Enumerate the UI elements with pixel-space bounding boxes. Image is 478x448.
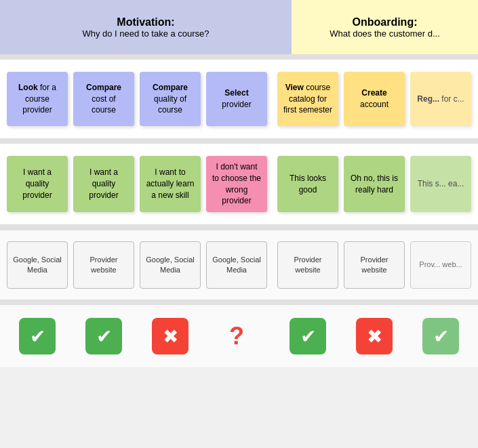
motivation-title: Motivation: <box>117 16 174 28</box>
status-icon-2: ✔ <box>73 316 134 357</box>
source-google-2: Google, Social Media <box>140 241 201 289</box>
motivations-left: I want a quality provider I want a quali… <box>7 156 277 212</box>
header-right: Onboarding: What does the customer d... <box>292 0 478 54</box>
sticky-view: View course catalog for first semester <box>277 72 338 126</box>
main-container: Motivation: Why do I need to take a cour… <box>0 0 478 367</box>
check-icon-1: ✔ <box>19 318 56 354</box>
sources-left: Google, Social Media Provider website Go… <box>7 241 277 289</box>
divider-3 <box>0 224 478 230</box>
actions-row: Look for a course provider Compare cost … <box>0 60 478 138</box>
status-right: ✔ ✖ ✔ <box>277 316 471 357</box>
source-provider-2: Provider website <box>277 241 338 289</box>
status-icon-6: ✖ <box>344 316 405 357</box>
sticky-quality-2: I want a quality provider <box>73 156 134 212</box>
sources-right: Provider website Provider website Prov..… <box>277 241 471 289</box>
check-icon-2: ✔ <box>85 318 122 354</box>
source-provider-3: Provider website <box>344 241 405 289</box>
status-left: ✔ ✔ ✖ ? <box>7 316 277 357</box>
source-google-1: Google, Social Media <box>7 241 68 289</box>
sticky-really-hard: Oh no, this is really hard <box>344 156 405 212</box>
sources-row: Google, Social Media Provider website Go… <box>0 230 478 300</box>
motivation-subtitle: Why do I need to take a course? <box>82 28 209 39</box>
sticky-compare-quality: Compare quality of course <box>140 72 201 126</box>
check-icon-3: ✔ <box>290 318 326 354</box>
actions-left: Look for a course provider Compare cost … <box>7 72 277 126</box>
onboarding-subtitle: What does the customer d... <box>330 28 440 39</box>
sticky-learn: I want to actually learn a new skill <box>140 156 201 212</box>
motivations-right: This looks good Oh no, this is really ha… <box>277 156 471 212</box>
sticky-select: Select provider <box>206 72 267 126</box>
divider-2 <box>0 138 478 144</box>
header-row: Motivation: Why do I need to take a cour… <box>0 0 478 54</box>
status-row: ✔ ✔ ✖ ? ✔ ✖ ✔ <box>0 305 478 367</box>
divider-1 <box>0 54 478 60</box>
status-icon-1: ✔ <box>7 316 68 357</box>
sticky-this-s: This s... ea... <box>410 156 471 212</box>
check-icon-4: ✔ <box>422 318 459 354</box>
sticky-quality-1: I want a quality provider <box>7 156 68 212</box>
sticky-looks-good: This looks good <box>277 156 338 212</box>
source-google-3: Google, Social Media <box>206 241 267 289</box>
source-provider-4: Prov... web... <box>410 241 471 289</box>
header-left: Motivation: Why do I need to take a cour… <box>0 0 292 54</box>
question-icon-1: ? <box>218 318 255 354</box>
sticky-create: Create account <box>344 72 405 126</box>
status-icon-5: ✔ <box>277 316 338 357</box>
divider-4 <box>0 300 478 305</box>
sticky-compare-cost: Compare cost of course <box>73 72 134 126</box>
cross-icon-1: ✖ <box>152 318 188 354</box>
onboarding-title: Onboarding: <box>353 16 418 28</box>
status-icon-3: ✖ <box>140 316 201 357</box>
sticky-wrong-provider: I don't want to choose the wrong provide… <box>206 156 267 212</box>
actions-right: View course catalog for first semester C… <box>277 72 471 126</box>
cross-icon-2: ✖ <box>356 318 393 354</box>
status-icon-4: ? <box>206 316 267 357</box>
sticky-reg: Reg... for c... <box>410 72 471 126</box>
motivations-row: I want a quality provider I want a quali… <box>0 144 478 224</box>
source-provider-1: Provider website <box>73 241 134 289</box>
status-icon-7: ✔ <box>410 316 471 357</box>
sticky-look: Look for a course provider <box>7 72 68 126</box>
